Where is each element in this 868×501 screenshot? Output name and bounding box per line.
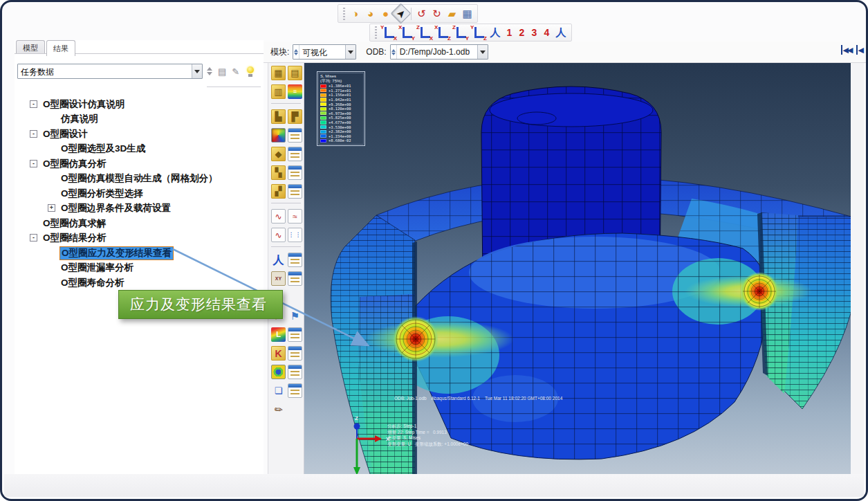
saved-view-1-button[interactable]: 1: [504, 27, 515, 38]
view-top-button[interactable]: ZX: [416, 25, 433, 40]
expand-icon[interactable]: +: [48, 204, 55, 212]
plot-symbols-icon[interactable]: ◆: [271, 147, 286, 161]
tree-item[interactable]: O型圈选型及3D生成: [16, 142, 262, 157]
first-frame-button[interactable]: ◀◀: [841, 45, 852, 55]
plot-deformed-shape-icon[interactable]: ▛: [288, 109, 302, 124]
collapse-icon[interactable]: -: [30, 130, 37, 138]
tree-item[interactable]: 仿真说明: [16, 112, 262, 127]
display-group-options-icon[interactable]: [288, 383, 302, 398]
view-back-button[interactable]: XY: [398, 25, 415, 40]
viewport-canvas[interactable]: Z X Y S, Mises (平均: 75%) +1.386e+01+1.27…: [304, 63, 855, 476]
view-front-button[interactable]: YX: [380, 25, 397, 40]
saved-view-4-button[interactable]: 4: [541, 27, 553, 38]
tree-item[interactable]: O型圈应力及变形结果查看: [16, 246, 262, 261]
odb-combobox[interactable]: D:/Temp/Job-1.odb: [390, 44, 488, 60]
legend-value: +6.973e+00: [329, 111, 351, 116]
tree-item[interactable]: -O型圈结果分析: [16, 231, 262, 246]
xy-curve-options-icon[interactable]: ⋮⋮: [288, 228, 302, 242]
odb-spinner[interactable]: [391, 45, 397, 59]
tree-item[interactable]: O型圈寿命分析: [16, 275, 262, 291]
task-data-dropdown-arrow[interactable]: [192, 64, 202, 78]
create-xy-data-icon[interactable]: 人: [271, 253, 286, 267]
xy-file-dialog-icon[interactable]: [288, 271, 302, 286]
orientation-options-icon[interactable]: [288, 165, 302, 180]
view-right-button[interactable]: YZ: [470, 25, 487, 40]
superimpose-options-icon[interactable]: [288, 184, 302, 199]
k-options-icon[interactable]: [288, 346, 302, 361]
collapse-icon[interactable]: -: [30, 160, 37, 167]
animate-time-history-icon[interactable]: ∿: [271, 209, 286, 224]
link-edit-icon[interactable]: ✎: [232, 66, 239, 77]
result-options-icon[interactable]: ▥: [271, 84, 286, 99]
field-output-icon[interactable]: ▦: [271, 66, 286, 80]
custom-view-button[interactable]: 人: [553, 26, 569, 39]
common-plot-options-icon[interactable]: ▞: [271, 184, 286, 199]
view-manip-rings-b-icon[interactable]: ◕: [363, 6, 378, 21]
plot-undeformed-shape-icon[interactable]: ▙: [271, 109, 286, 124]
lightbulb-icon[interactable]: [246, 66, 255, 77]
view-manip-rings-a-icon[interactable]: ◑: [348, 6, 362, 21]
saved-view-2-button[interactable]: 2: [516, 27, 528, 38]
color-code-icon[interactable]: ✎: [268, 399, 289, 420]
file-open-icon[interactable]: ▰: [445, 6, 459, 21]
tree-item-label: O型圈仿真分析: [41, 158, 108, 170]
display-group-icon[interactable]: ❏: [271, 383, 286, 398]
xy-data-manager-icon[interactable]: ∿: [271, 228, 286, 242]
legend-options-icon[interactable]: [288, 327, 302, 342]
tree-item[interactable]: O型圈仿真模型自动生成（网格划分）: [16, 172, 262, 187]
task-data-combobox[interactable]: 任务数据: [17, 64, 203, 79]
legend-entry: +6.973e+00: [320, 111, 363, 116]
undo-icon[interactable]: ↺: [414, 6, 429, 21]
print-export-icon[interactable]: ➤: [391, 3, 412, 24]
tree-expander-slot[interactable]: -: [30, 130, 38, 138]
animate-scale-factor-icon[interactable]: ≈: [288, 209, 302, 224]
module-combobox[interactable]: 可视化: [293, 44, 356, 60]
module-dropdown-arrow[interactable]: [345, 45, 355, 59]
k-spectrum-icon[interactable]: K: [271, 346, 286, 361]
tree-expander-slot[interactable]: -: [30, 234, 38, 242]
frame-selector-icon[interactable]: ▤: [288, 66, 302, 80]
contour-options-icon[interactable]: [288, 128, 302, 143]
view-cut-manager-icon[interactable]: [271, 365, 286, 379]
plot-contours-icon[interactable]: [271, 128, 286, 143]
xy-keyboard-input-icon[interactable]: XY: [271, 271, 286, 286]
symbol-options-icon[interactable]: [288, 147, 302, 161]
saved-view-3-button[interactable]: 3: [528, 27, 540, 38]
toolbar-grip[interactable]: [375, 26, 377, 39]
odb-dropdown-arrow[interactable]: [477, 45, 488, 59]
view-bottom-button[interactable]: XZ: [434, 25, 451, 40]
fea-model-render: Z X Y: [304, 63, 855, 476]
tree-expander-slot[interactable]: -: [30, 160, 38, 168]
animation-player: ◀◀◀: [841, 45, 862, 55]
spectrum-manager-icon[interactable]: ≡: [288, 84, 302, 99]
tree-item[interactable]: -O型圈仿真分析: [16, 156, 262, 172]
collapse-icon[interactable]: -: [30, 100, 37, 108]
tab-results[interactable]: 结果: [46, 40, 75, 56]
folder-up-icon[interactable]: ▤: [218, 66, 226, 77]
tree-item[interactable]: O型圈泄漏率分析: [16, 261, 262, 276]
prev-frame-button[interactable]: ◀: [856, 45, 862, 55]
tree-item[interactable]: O型圈仿真求解: [16, 216, 262, 231]
tree-expander-slot[interactable]: -: [30, 100, 38, 109]
view-cut-options-icon[interactable]: [288, 365, 302, 379]
tree-item[interactable]: O型圈分析类型选择: [16, 186, 262, 201]
tree-item[interactable]: +O型圈边界条件及载荷设置: [16, 201, 262, 217]
legend-entry: +1.386e+01: [320, 84, 363, 89]
redo-icon[interactable]: ↻: [430, 6, 444, 21]
view-left-button[interactable]: ZY: [452, 25, 469, 40]
window-gutter: [851, 63, 864, 478]
collapse-icon[interactable]: -: [30, 234, 37, 242]
tree-item[interactable]: -O型圈设计: [16, 127, 262, 142]
legend-spectrum-icon[interactable]: L: [271, 327, 286, 342]
divider: [207, 86, 261, 87]
render-monitor-icon[interactable]: ▦: [460, 6, 474, 21]
plot-material-orientations-icon[interactable]: ▚: [271, 165, 286, 180]
toolbar-grip[interactable]: [343, 8, 345, 20]
module-spinner[interactable]: [293, 45, 299, 59]
tree-expander-slot[interactable]: +: [48, 204, 56, 212]
flag-symbols-alt-icon[interactable]: ⚑: [288, 309, 302, 323]
view-iso-button[interactable]: 人: [488, 26, 503, 39]
tree-item[interactable]: -O型圈设计仿真说明: [16, 97, 262, 112]
xy-options-dialog-icon[interactable]: [288, 253, 302, 267]
task-spinner[interactable]: [207, 64, 212, 78]
